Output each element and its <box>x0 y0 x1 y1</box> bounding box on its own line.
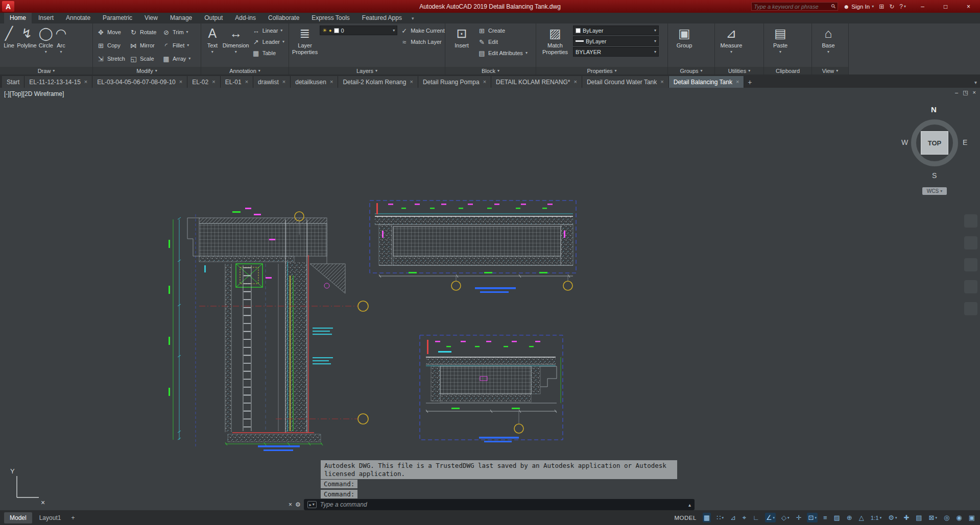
command-customize-icon[interactable]: ⚙ <box>295 501 301 508</box>
ribbon-tab-parametric[interactable]: Parametric <box>97 13 138 23</box>
tab-close-icon[interactable]: × <box>245 79 248 85</box>
annotation-monitor-icon[interactable]: ✚ <box>902 513 910 522</box>
array-button[interactable]: ▦Array▾ <box>161 54 194 64</box>
annotation-scale-control[interactable]: 1:1▾ <box>870 514 883 522</box>
fillet-button[interactable]: ◜Fillet▾ <box>161 40 194 51</box>
graphics-performance-icon[interactable]: ◉ <box>955 513 963 522</box>
annotation-panel-label[interactable]: Annotation▾ <box>201 67 289 74</box>
file-tab-el-11-12-13-14-15[interactable]: EL-11-12-13-14-15× <box>25 76 92 88</box>
polyline-button[interactable]: ↯Polyline <box>17 26 37 49</box>
tab-close-icon[interactable]: × <box>179 79 182 85</box>
file-tab-drawlist[interactable]: drawlist× <box>253 76 291 88</box>
layer-lock-icon[interactable] <box>320 48 329 57</box>
ortho-mode-icon[interactable]: ∟ <box>752 513 760 522</box>
ribbon-tab-insert[interactable]: Insert <box>33 13 59 23</box>
ribbon-tab-view[interactable]: View <box>139 13 163 23</box>
file-tab-detail-2-kolam-renang[interactable]: Detail-2 Kolam Renang× <box>338 76 418 88</box>
infer-constraints-icon[interactable]: ⊿ <box>729 513 737 522</box>
file-tab-detailkusen[interactable]: detailkusen× <box>291 76 338 88</box>
layer-walk-icon[interactable] <box>340 48 349 57</box>
stretch-button[interactable]: ⇲Stretch <box>96 54 129 64</box>
make-current-button[interactable]: ✓Make Current <box>399 26 446 36</box>
tank-long-section-drawing[interactable] <box>370 201 576 293</box>
file-tab-detail-kolam-renang[interactable]: DETAIL KOLAM RENANG*× <box>491 76 582 88</box>
help-icon[interactable]: ?▾ <box>899 3 906 10</box>
match-layer-button[interactable]: ≈Match Layer <box>399 37 446 47</box>
quick-properties-icon[interactable]: ▤ <box>915 513 923 522</box>
edit-attributes-button[interactable]: ▤Edit Attributes▾ <box>477 48 529 58</box>
file-tab-detail-ground-water-tank[interactable]: Detail Ground Water Tank× <box>582 76 669 88</box>
ribbon-tab-output[interactable]: Output <box>199 13 228 23</box>
lineweight-select[interactable]: ByLayer▾ <box>573 36 659 46</box>
full-navigation-wheel-icon[interactable] <box>964 214 977 228</box>
mirror-button[interactable]: ⋈Mirror <box>129 40 161 51</box>
group-button[interactable]: ▣Group <box>671 26 698 49</box>
tab-close-icon[interactable]: × <box>483 79 486 85</box>
selection-cycling-icon[interactable]: ⊕ <box>846 513 853 522</box>
file-tab-el-01[interactable]: EL-01× <box>221 76 253 88</box>
tab-close-icon[interactable]: × <box>736 79 739 85</box>
scale-button[interactable]: ◱Scale <box>129 54 161 64</box>
tab-overflow-icon[interactable]: ▾ <box>974 80 977 85</box>
layer-unisolate-icon[interactable] <box>330 38 339 47</box>
new-layout-button[interactable]: + <box>68 512 78 523</box>
gradient-tool-icon[interactable] <box>79 49 88 58</box>
groups-panel-label[interactable]: Groups▾ <box>668 67 714 74</box>
layers-panel-label[interactable]: Layers▾ <box>289 67 445 74</box>
command-close-icon[interactable]: × <box>289 501 292 508</box>
table-button[interactable]: ▦Table <box>251 48 285 58</box>
command-input[interactable]: ▸▾ Type a command ▴ <box>304 499 695 510</box>
base-view-button[interactable]: ⌂Base▾ <box>815 26 842 54</box>
zoom-icon[interactable] <box>964 258 977 271</box>
layer-properties-button[interactable]: ≣Layer Properties <box>292 26 318 55</box>
viewport-restore-icon[interactable]: ◳ <box>963 89 968 96</box>
object-snap-icon[interactable]: ⊡▾ <box>807 513 817 522</box>
drawing-canvas[interactable]: Y × <box>0 88 980 510</box>
match-properties-button[interactable]: ▨Match Properties <box>539 26 571 55</box>
boundary-tool-icon[interactable] <box>79 38 88 47</box>
create-block-button[interactable]: ⊞Create <box>477 26 529 36</box>
circle-button[interactable]: ◯Circle▾ <box>39 26 53 54</box>
ribbon-minimize-icon[interactable]: ▾ <box>409 16 417 23</box>
viewport-controls-label[interactable]: [-][Top][2D Wireframe] <box>4 90 64 97</box>
ribbon-tab-addins[interactable]: Add-ins <box>229 13 261 23</box>
layer-select[interactable]: ☀ ● 0 ▾ <box>320 26 397 35</box>
viewcube-top-face[interactable]: TOP <box>921 131 948 155</box>
annotation-visibility-icon[interactable]: △ <box>858 513 865 522</box>
ellipse-tool-icon[interactable] <box>79 28 88 37</box>
grid-display-icon[interactable]: ▦ <box>703 513 711 522</box>
a360-icon[interactable]: ↻ <box>889 3 894 10</box>
tab-close-icon[interactable]: × <box>84 79 87 85</box>
isolate-objects-icon[interactable]: ◎ <box>943 513 950 522</box>
viewport-minimize-icon[interactable]: – <box>955 89 958 96</box>
viewcube-north[interactable]: N <box>931 105 937 114</box>
maximize-button[interactable]: □ <box>934 0 957 13</box>
layer-merge-icon[interactable] <box>350 48 360 57</box>
snap-mode-icon[interactable]: ∷▾ <box>715 513 725 522</box>
ungroup-icon[interactable] <box>700 26 709 35</box>
insert-block-button[interactable]: ⊡Insert <box>448 26 475 49</box>
measure-button[interactable]: ⊿Measure▾ <box>718 26 745 54</box>
wcs-selector[interactable]: WCS ▾ <box>922 187 947 195</box>
model-viewport[interactable]: Y × [-][Top][2D Wireframe] – ◳ × N W E S… <box>0 88 980 510</box>
lock-ui-icon[interactable]: ⊠▾ <box>928 513 938 522</box>
block-panel-label[interactable]: Block▾ <box>445 67 536 74</box>
tab-close-icon[interactable]: × <box>212 79 215 85</box>
linear-dimension-button[interactable]: ↔Linear▾ <box>251 26 285 36</box>
object-snap-tracking-icon[interactable]: ✛ <box>795 513 803 522</box>
utilities-panel-label[interactable]: Utilities▾ <box>715 67 763 74</box>
lineweight-icon[interactable]: ≡ <box>822 513 828 522</box>
autocad-logo-icon[interactable]: A <box>2 1 14 12</box>
isometric-drafting-icon[interactable]: ◇▾ <box>780 513 791 522</box>
tab-close-icon[interactable]: × <box>410 79 413 85</box>
quick-calc-icon[interactable] <box>747 26 756 35</box>
clipboard-panel-label[interactable]: Clipboard <box>764 67 811 74</box>
id-point-icon[interactable] <box>747 36 756 45</box>
group-edit-icon[interactable] <box>700 36 709 45</box>
dynamic-input-icon[interactable]: ⌖ <box>742 513 747 523</box>
hatch-tool-icon[interactable] <box>69 38 78 47</box>
tab-close-icon[interactable]: × <box>660 79 663 85</box>
ribbon-tab-home[interactable]: Home <box>4 13 32 23</box>
polar-tracking-icon[interactable]: ∠▾ <box>765 513 776 522</box>
view-panel-label[interactable]: View▾ <box>812 67 848 74</box>
